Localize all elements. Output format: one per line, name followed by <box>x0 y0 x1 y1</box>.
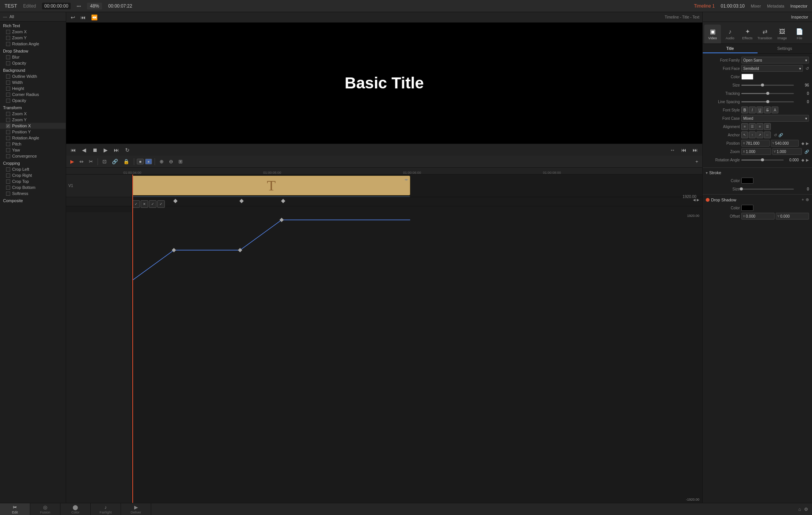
tl-zoom-in[interactable]: ⊕ <box>158 158 166 165</box>
param-crop-left[interactable]: Crop Left <box>0 166 66 172</box>
tl-mode-blue[interactable]: ● <box>145 159 152 164</box>
align-right-btn[interactable]: ≡ <box>756 123 763 130</box>
param-zoom-y-2[interactable]: Zoom Y <box>0 117 66 123</box>
checkbox-pitch[interactable] <box>6 142 10 146</box>
checkbox-corner-radius[interactable] <box>6 93 10 97</box>
checkbox-position-y[interactable] <box>6 130 10 134</box>
tl-lock-btn[interactable]: 🔒 <box>121 158 131 165</box>
tab-effects[interactable]: ✦ Effects <box>739 25 756 43</box>
param-outline-width[interactable]: Outline Width <box>0 73 66 79</box>
checkbox-height[interactable] <box>6 87 10 91</box>
drop-shadow-reset[interactable]: + <box>802 197 804 202</box>
param-opacity-2[interactable]: Opacity <box>0 97 66 104</box>
param-height[interactable]: Height <box>0 85 66 91</box>
checkbox-position-x[interactable] <box>6 124 10 128</box>
param-blur[interactable]: Blur <box>0 54 66 60</box>
play-end-btn[interactable]: ⏭ <box>112 146 121 154</box>
checkbox-zoom-y-2[interactable] <box>6 118 10 122</box>
underline-btn[interactable]: U <box>756 107 763 113</box>
all-label[interactable]: All <box>9 14 14 19</box>
tl-zoom-out[interactable]: ⊖ <box>167 158 175 165</box>
tl-add-marker[interactable]: + <box>693 158 700 165</box>
rotation-slider[interactable] <box>741 159 784 161</box>
strikethrough-btn[interactable]: S <box>764 107 771 113</box>
tab-image[interactable]: 🖼 Image <box>774 25 790 43</box>
param-softness[interactable]: Softness <box>0 190 66 196</box>
timeline-name[interactable]: Timeline 1 <box>694 3 715 9</box>
param-opacity-1[interactable]: Opacity <box>0 60 66 66</box>
audio-clip[interactable] <box>132 196 410 197</box>
param-corner-radius[interactable]: Corner Radius <box>0 91 66 97</box>
loop-btn[interactable]: ↻ <box>124 146 131 154</box>
tl-select-btn[interactable]: ▶ <box>68 158 76 165</box>
param-zoom-x-1[interactable]: Zoom X <box>0 29 66 35</box>
prev-frame-btn[interactable]: ⏮ <box>680 146 688 154</box>
tab-fusion[interactable]: ◎ Fusion <box>30 503 60 515</box>
stroke-color-swatch[interactable] <box>741 178 753 184</box>
keyframe-marker-1[interactable] <box>173 199 177 203</box>
tab-audio[interactable]: ♪ Audio <box>722 25 738 43</box>
subtab-settings[interactable]: Settings <box>758 44 812 53</box>
checkbox-convergence[interactable] <box>6 154 10 158</box>
clip-ctrl-2[interactable]: ✕ <box>141 200 148 208</box>
anchor-tr-btn[interactable]: ↗ <box>756 131 763 138</box>
metadata-label[interactable]: Metadata <box>767 4 784 8</box>
drop-shadow-options[interactable]: ⊕ <box>806 197 809 202</box>
timecode-left[interactable]: 00:00:00:00 <box>42 3 70 9</box>
keyframe-marker-3[interactable] <box>281 199 285 203</box>
zoom-link[interactable]: 🔗 <box>804 150 809 154</box>
anchor-tc-btn[interactable]: ↑ <box>749 131 756 138</box>
checkbox-crop-bottom[interactable] <box>6 186 10 190</box>
kf-dot-2[interactable] <box>238 248 242 252</box>
checkbox-opacity-1[interactable] <box>6 61 10 65</box>
checkbox-yaw[interactable] <box>6 148 10 152</box>
font-family-dropdown[interactable]: Open Sans ▾ <box>741 57 809 63</box>
size-slider[interactable] <box>741 85 794 86</box>
anchor-link[interactable]: 🔗 <box>778 133 783 137</box>
kf-ctrl-next[interactable]: ▶ <box>697 198 699 202</box>
tl-cut-btn[interactable]: ✂ <box>87 158 95 165</box>
checkbox-blur[interactable] <box>6 55 10 59</box>
preview-prev-btn[interactable]: ⏮ <box>79 14 87 21</box>
checkbox-zoom-x-1[interactable] <box>6 30 10 34</box>
position-x-field[interactable]: X 781.000 <box>741 140 770 147</box>
param-crop-right[interactable]: Crop Right <box>0 172 66 178</box>
mixer-label[interactable]: Mixer <box>751 4 761 8</box>
settings-btn[interactable]: ⚙ <box>804 507 808 512</box>
stop-btn[interactable]: ⏹ <box>91 146 99 154</box>
zoom-y-field[interactable]: Y 1.000 <box>772 148 802 155</box>
track-body-title[interactable]: T ◂▸ <box>132 175 702 197</box>
param-position-y[interactable]: Position Y <box>0 129 66 135</box>
rotation-kf[interactable]: ◆ <box>801 158 804 162</box>
tab-deliver[interactable]: ▶ Deliver <box>121 503 151 515</box>
play-from-start-btn[interactable]: ⏮ <box>69 146 77 154</box>
play-btn[interactable]: ▶ <box>102 146 109 154</box>
in-out-btn[interactable]: ↔ <box>668 146 677 154</box>
font-face-reset[interactable]: ↺ <box>806 66 809 71</box>
preview-transform-btn[interactable]: ↩ <box>69 14 77 21</box>
clip-ctrl-4[interactable]: ✓ <box>157 200 165 208</box>
zoom-x-field[interactable]: X 1.000 <box>741 148 771 155</box>
stroke-size-slider[interactable] <box>741 189 794 190</box>
play-back-btn[interactable]: ◀ <box>81 146 88 154</box>
param-yaw[interactable]: Yaw <box>0 147 66 153</box>
offset-y-field[interactable]: Y 0.000 <box>776 213 809 220</box>
clip-ctrl-1[interactable]: ✓ <box>132 200 140 208</box>
param-convergence[interactable]: Convergence <box>0 153 66 159</box>
checkbox-outline-width[interactable] <box>6 74 10 79</box>
checkbox-width[interactable] <box>6 80 10 85</box>
tl-zoom-fit[interactable]: ⊞ <box>177 158 184 165</box>
tl-snap-btn[interactable]: ⊡ <box>101 158 108 165</box>
position-options[interactable]: ▶ <box>806 141 809 145</box>
position-y-field[interactable]: Y 540.000 <box>771 140 799 147</box>
tl-link-btn[interactable]: 🔗 <box>110 158 120 165</box>
align-justify-btn[interactable]: ☰ <box>764 123 771 130</box>
kf-dot-3[interactable] <box>279 218 284 222</box>
dots-btn[interactable]: ••• <box>77 4 81 8</box>
tracking-slider[interactable] <box>741 93 794 94</box>
param-zoom-y-1[interactable]: Zoom Y <box>0 35 66 41</box>
checkbox-crop-right[interactable] <box>6 173 10 178</box>
tab-edit[interactable]: ✂ Edit <box>0 503 30 515</box>
checkbox-softness[interactable] <box>6 192 10 196</box>
preview-back-btn[interactable]: ⏪ <box>90 14 99 21</box>
